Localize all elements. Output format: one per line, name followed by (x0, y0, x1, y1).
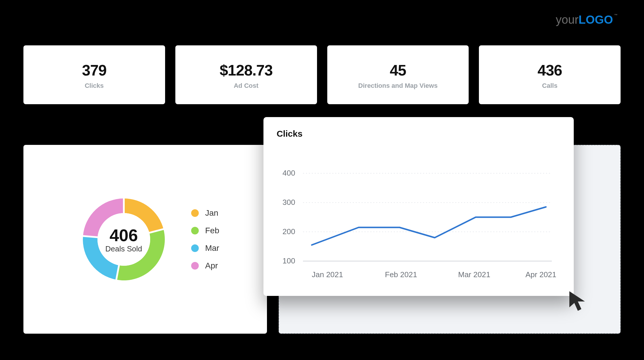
logo-prefix: your (556, 13, 578, 26)
kpi-value: 379 (29, 61, 159, 79)
donut-wrap: 406 Deals Sold Jan Feb Mar (23, 145, 267, 334)
popup-title: Clicks (277, 129, 561, 139)
deals-sold-card[interactable]: 406 Deals Sold Jan Feb Mar (23, 145, 267, 334)
xtick: Feb 2021 (385, 270, 417, 279)
legend-item-jan[interactable]: Jan (191, 208, 219, 218)
legend-item-apr[interactable]: Apr (191, 261, 219, 270)
donut-center: 406 Deals Sold (71, 187, 177, 292)
kpi-label: Directions and Map Views (333, 82, 463, 90)
clicks-line (312, 207, 546, 245)
kpi-card-calls[interactable]: 436 Calls (479, 45, 621, 104)
legend-label: Jan (205, 208, 218, 218)
kpi-row: 379 Clicks $128.73 Ad Cost 45 Directions… (23, 45, 621, 104)
clicks-popup-card[interactable]: Clicks 400 300 200 100 Jan 2021 Feb 2021… (263, 117, 574, 296)
legend-item-mar[interactable]: Mar (191, 244, 219, 253)
legend-label: Feb (205, 226, 219, 235)
xtick: Apr 2021 (525, 270, 556, 279)
ytick: 400 (282, 169, 295, 177)
xtick: Mar 2021 (458, 270, 490, 279)
kpi-card-ad-cost[interactable]: $128.73 Ad Cost (175, 45, 317, 104)
legend-label: Mar (205, 244, 219, 253)
legend-dot-icon (191, 262, 199, 270)
ytick: 300 (282, 198, 295, 207)
logo-main: LOGO (578, 13, 613, 26)
legend-dot-icon (191, 227, 199, 234)
kpi-label: Calls (485, 82, 615, 90)
legend-dot-icon (191, 209, 199, 217)
kpi-card-directions[interactable]: 45 Directions and Map Views (327, 45, 469, 104)
kpi-value: 436 (485, 61, 615, 79)
donut-center-label: Deals Sold (105, 244, 142, 253)
logo-tm: ™ (614, 13, 618, 17)
legend-label: Apr (205, 261, 218, 270)
kpi-label: Ad Cost (181, 82, 311, 90)
ytick: 200 (282, 227, 295, 236)
donut-center-value: 406 (109, 225, 138, 245)
legend-item-feb[interactable]: Feb (191, 226, 219, 235)
donut-chart: 406 Deals Sold (71, 187, 177, 292)
kpi-card-clicks[interactable]: 379 Clicks (23, 45, 165, 104)
kpi-value: 45 (333, 61, 463, 79)
ytick: 100 (282, 256, 295, 265)
donut-legend: Jan Feb Mar Apr (191, 208, 219, 270)
line-chart-svg: 400 300 200 100 Jan 2021 Feb 2021 Mar 20… (277, 144, 561, 284)
legend-dot-icon (191, 244, 199, 252)
xtick: Jan 2021 (312, 270, 343, 279)
cursor-icon (568, 290, 588, 314)
kpi-value: $128.73 (181, 61, 311, 79)
dashboard-stage: yourLOGO™ 379 Clicks $128.73 Ad Cost 45 … (0, 0, 644, 360)
brand-logo: yourLOGO™ (556, 13, 618, 26)
kpi-label: Clicks (29, 82, 159, 90)
